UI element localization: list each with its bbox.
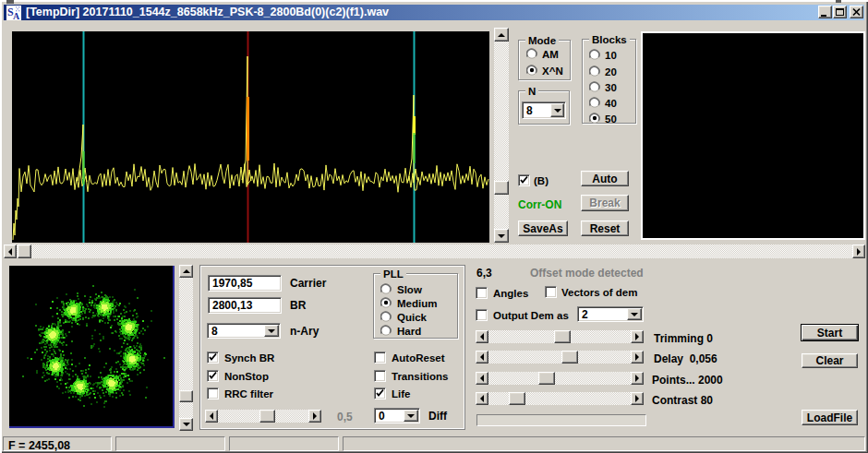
svg-text:A: A	[13, 11, 20, 20]
